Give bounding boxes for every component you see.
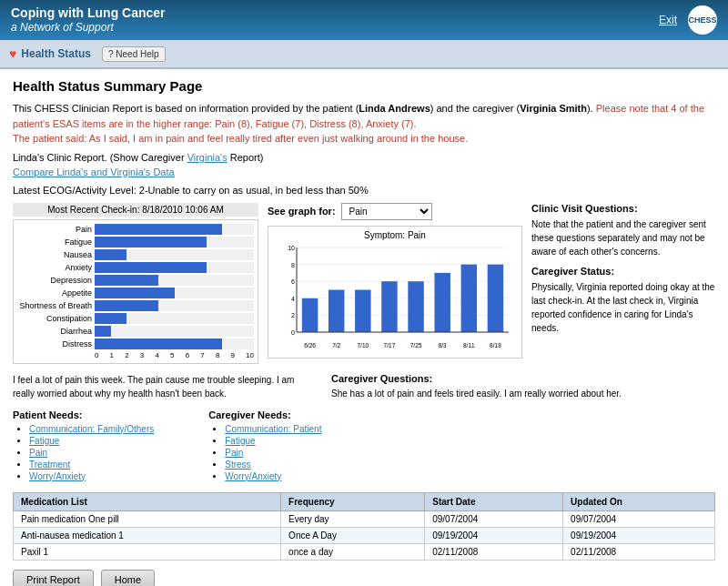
caregiver-need-item: Fatigue: [225, 436, 321, 446]
bar-row: Depression: [17, 275, 254, 286]
med-table-cell: 09/07/2004: [425, 510, 563, 527]
bar-row: Constipation: [17, 313, 254, 324]
caregiver-status-title: Caregiver Status:: [531, 266, 715, 277]
graph-select[interactable]: Pain Fatigue Nausea Anxiety: [341, 203, 432, 220]
bar-chart: Pain Fatigue Nausea Anxiety Depression A…: [17, 224, 254, 349]
svg-text:10: 10: [288, 245, 295, 251]
logo-line1: Coping with Lung Cancer: [11, 5, 166, 21]
nav-bar: ♥ Health Status ? Need Help: [0, 40, 728, 69]
print-report-button[interactable]: Print Report: [13, 570, 94, 587]
patient-needs-block: Patient Needs: Communication: Family/Oth…: [13, 409, 154, 483]
exit-button[interactable]: Exit: [659, 14, 677, 26]
chart-title: Most Recent Check-in: 8/18/2010 10:06 AM: [13, 203, 258, 217]
bar-row: Shortness of Breath: [17, 300, 254, 311]
svg-rect-20: [408, 281, 423, 332]
bar-track: [95, 262, 254, 273]
caregiver-needs-block: Caregiver Needs: Communication: PatientF…: [208, 409, 321, 483]
svg-text:8: 8: [291, 261, 295, 268]
bar-fill: [95, 249, 126, 260]
symptom-graph-container: Symptom: Pain 02468106/267/27/107/177/25…: [268, 226, 522, 359]
bar-fill: [95, 288, 175, 298]
compare-link[interactable]: Compare Linda's and Virginia's Data: [13, 167, 175, 177]
patient-need-link[interactable]: Pain: [29, 448, 47, 458]
bar-track: [95, 288, 254, 298]
med-table-row: Anti-nausea medication 1Once A Day09/19/…: [14, 527, 715, 543]
med-table-cell: Pain medication One pill: [14, 510, 281, 527]
med-table-row: Pain medication One pillEvery day09/07/2…: [14, 510, 715, 527]
med-table-cell: once a day: [281, 543, 425, 560]
need-help-button[interactable]: ? Need Help: [102, 46, 166, 62]
caregiver-need-item: Stress: [225, 460, 321, 470]
patient-need-link[interactable]: Communication: Family/Others: [29, 424, 154, 434]
medication-table: Medication ListFrequencyStart DateUpdate…: [13, 492, 715, 561]
med-table-row: Paxil 1once a day02/11/200802/11/2008: [14, 543, 715, 560]
patient-need-link[interactable]: Worry/Anxiety: [29, 471, 86, 481]
caregiver-need-link[interactable]: Fatigue: [225, 436, 255, 446]
svg-text:4: 4: [291, 295, 295, 301]
svg-text:2: 2: [291, 312, 295, 318]
ecog-text: Latest ECOG/Activity Level: 2-Unable to …: [13, 185, 715, 196]
svg-rect-18: [381, 281, 397, 332]
caregiver-need-link[interactable]: Worry/Anxiety: [225, 471, 281, 481]
clinic-column: Clinic Visit Questions: Note that the pa…: [531, 203, 715, 364]
patient-said: The patient said: As I said, I am in pai…: [13, 133, 468, 144]
logo: Coping with Lung Cancer a Network of Sup…: [11, 5, 166, 35]
patient-needs-title: Patient Needs:: [13, 409, 154, 420]
bar-track: [95, 249, 254, 260]
svg-text:7/10: 7/10: [357, 342, 369, 349]
bar-fill: [95, 326, 111, 337]
linda-report: Linda's Clinic Report. (Show Caregiver V…: [13, 152, 715, 163]
bar-label: Constipation: [17, 314, 92, 323]
bar-row: Nausea: [17, 249, 254, 260]
svg-text:6/26: 6/26: [304, 342, 316, 349]
svg-rect-16: [355, 289, 370, 332]
med-table-header-cell: Updated On: [563, 492, 715, 510]
bar-label: Fatigue: [17, 237, 92, 247]
caregiver-need-item: Worry/Anxiety: [225, 471, 321, 481]
caregiver-needs-title: Caregiver Needs:: [208, 409, 321, 420]
bar-fill: [95, 275, 158, 286]
bar-label: Distress: [17, 339, 92, 349]
caregiver-q-title: Caregiver Questions:: [331, 373, 622, 384]
bar-track: [95, 338, 254, 349]
bar-row: Pain: [17, 224, 254, 235]
clinic-visit-text: Note that the patient and the caregiver …: [531, 217, 715, 258]
bar-track: [95, 237, 254, 248]
bar-label: Diarrhea: [17, 327, 92, 336]
bar-fill: [95, 300, 158, 311]
bar-fill: [95, 313, 126, 324]
page-title: Health Status Summary Page: [13, 78, 715, 94]
home-button[interactable]: Home: [101, 570, 155, 587]
bar-track: [95, 275, 254, 286]
med-table-cell: 09/19/2004: [563, 527, 715, 543]
header-right: Exit CHESS: [659, 5, 717, 35]
clinic-visit-title: Clinic Visit Questions:: [531, 203, 715, 214]
patient-need-item: Pain: [29, 448, 154, 458]
svg-text:0: 0: [291, 329, 295, 336]
svg-rect-26: [488, 264, 503, 331]
see-graph-label: See graph for:: [268, 206, 336, 217]
caregiver-need-link[interactable]: Pain: [225, 448, 243, 458]
graph-controls: See graph for: Pain Fatigue Nausea Anxie…: [268, 203, 522, 220]
bar-label: Anxiety: [17, 263, 92, 272]
symptom-chart-svg: 02468106/267/27/107/177/258/38/118/18: [272, 243, 518, 352]
logo-line2: a Network of Support: [11, 21, 166, 35]
patient-need-link[interactable]: Fatigue: [29, 436, 59, 446]
comments-row: I feel a lot of pain this week. The pain…: [13, 373, 715, 400]
virginia-link[interactable]: Virginia's: [187, 152, 228, 163]
bar-chart-container: Pain Fatigue Nausea Anxiety Depression A…: [13, 219, 258, 364]
bar-chart-column: Most Recent Check-in: 8/18/2010 10:06 AM…: [13, 203, 258, 364]
med-table-header: Medication ListFrequencyStart DateUpdate…: [14, 492, 715, 510]
med-table-cell: Anti-nausea medication 1: [14, 527, 281, 543]
footer-buttons: Print Report Home: [13, 570, 715, 587]
caregiver-need-link[interactable]: Communication: Patient: [225, 424, 321, 434]
bar-label: Depression: [17, 276, 92, 285]
svg-text:6: 6: [291, 278, 295, 285]
symptom-graph-title: Symptom: Pain: [272, 230, 518, 240]
svg-text:7/25: 7/25: [410, 342, 422, 349]
patient-need-link[interactable]: Treatment: [29, 460, 70, 470]
caregiver-need-link[interactable]: Stress: [225, 460, 250, 470]
med-table-cell: Every day: [281, 510, 425, 527]
svg-text:7/17: 7/17: [384, 342, 396, 349]
med-table-cell: Paxil 1: [14, 543, 281, 560]
